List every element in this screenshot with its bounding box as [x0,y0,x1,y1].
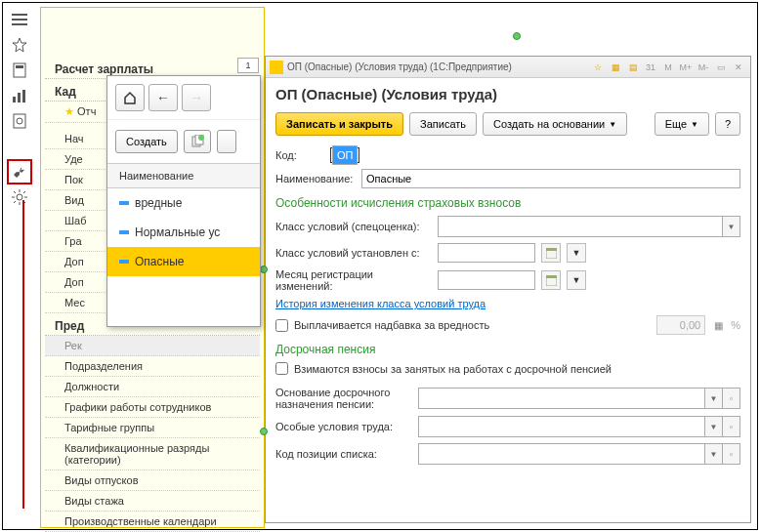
help-button[interactable]: ? [715,112,740,136]
annotation-dot [260,266,268,273]
code-input[interactable]: ОП [332,145,358,165]
chevron-down-icon: ▼ [704,389,722,408]
tb-icon-fav[interactable]: ☆ [590,61,606,74]
svg-rect-1 [12,19,27,20]
more-button[interactable]: Еще ▼ [654,112,709,136]
harm-bonus-checkbox[interactable] [275,319,288,332]
annotation-dot [513,32,521,40]
more-button[interactable] [217,130,236,153]
month-reg-input[interactable] [438,270,535,290]
sidebar-item[interactable]: Квалификационные разряды (категории) [45,438,260,471]
chevron-down-icon: ▼ [704,444,722,464]
create-based-button[interactable]: Создать на основании ▼ [483,112,627,136]
svg-point-22 [198,135,204,141]
chart-icon[interactable] [7,83,32,108]
star-icon[interactable] [7,32,32,58]
form-title: ОП (Опасные) (Условия труда) [275,86,740,102]
gear-icon[interactable] [7,184,32,210]
svg-rect-26 [546,275,557,278]
sidebar-item[interactable]: Графики работы сотрудников [45,397,260,418]
calendar-button[interactable] [541,243,561,263]
close-button[interactable]: ✕ [731,61,746,74]
dropdown-icon[interactable]: ▼ [567,243,586,263]
special-cond-combo[interactable]: ▼▫ [418,416,740,437]
list-popup: ← → Создать Наименование вредные Нормаль… [106,75,261,327]
harm-value-input[interactable] [656,315,705,335]
svg-rect-5 [16,65,23,68]
app-icon [270,61,283,74]
basis-label: Основание досрочного назначения пенсии: [275,387,412,410]
code-label: Код: [275,149,324,161]
list-item[interactable]: Нормальные ус [107,218,260,247]
special-cond-label: Особые условия труда: [275,421,412,432]
save-button[interactable]: Записать [409,112,477,136]
list-header: Наименование [107,163,260,188]
section-insurance: Особенности исчисления страховых взносов [275,196,740,210]
copy-button[interactable] [184,130,211,153]
svg-line-16 [14,191,16,193]
class-set-input[interactable] [438,243,535,263]
position-code-label: Код позиции списка: [275,448,412,460]
window-title: ОП (Опасные) (Условия труда) (1С:Предпри… [287,61,512,72]
class-cond-label: Класс условий (спецоценка): [275,221,432,232]
open-icon: ▫ [722,417,739,436]
tb-mplus[interactable]: M+ [678,61,694,74]
chevron-down-icon: ▼ [704,417,722,436]
tb-m[interactable]: M [660,61,676,74]
month-reg-label: Месяц регистрации изменений: [275,268,432,292]
forward-button[interactable]: → [182,84,211,111]
sidebar-item[interactable]: Подразделения [45,356,260,377]
name-input[interactable] [361,169,740,188]
chevron-down-icon: ▼ [722,217,739,236]
section-pension: Досрочная пенсия [275,343,740,356]
percent-icon: ▦ [711,318,725,332]
svg-rect-9 [14,114,25,128]
sidebar-item[interactable]: Виды отпусков [45,471,260,491]
sidebar-item[interactable]: Производственные календари [45,512,260,532]
icon-rail [7,7,36,210]
early-pension-checkbox[interactable] [275,362,288,375]
safe-icon[interactable] [7,108,32,134]
svg-line-19 [23,191,25,193]
early-pension-label: Взимаются взносы за занятых на работах с… [294,363,612,375]
svg-marker-3 [13,38,26,52]
tb-icon-calc[interactable]: ▤ [625,61,641,74]
tb-mminus[interactable]: M- [696,61,711,74]
wrench-icon[interactable] [7,159,32,184]
calendar-button[interactable] [541,270,561,290]
annotation-dot [260,428,268,435]
history-link[interactable]: История изменения класса условий труда [275,298,486,309]
svg-rect-8 [22,90,25,102]
sidebar-item-rec[interactable]: Рек [45,336,260,356]
name-label: Наименование: [275,173,356,184]
list-item[interactable]: вредные [107,188,260,218]
svg-rect-6 [13,97,16,102]
svg-rect-2 [12,23,27,25]
sidebar-item[interactable]: Виды стажа [45,491,260,512]
open-icon: ▫ [722,389,739,408]
class-cond-combo[interactable]: ▼ [438,216,740,237]
harm-bonus-label: Выплачивается надбавка за вредность [294,319,489,331]
calc-icon[interactable] [7,58,32,83]
tab-marker[interactable]: 1 [237,58,259,73]
menu-icon[interactable] [7,7,32,32]
save-close-button[interactable]: Записать и закрыть [275,112,403,136]
dropdown-icon[interactable]: ▼ [567,270,586,290]
home-button[interactable] [115,84,145,111]
svg-point-10 [17,118,22,124]
tb-31[interactable]: 31 [643,61,658,74]
minimize-button[interactable]: ▭ [713,61,729,74]
svg-rect-7 [18,93,21,102]
svg-line-18 [14,201,16,203]
basis-combo[interactable]: ▼▫ [418,388,740,409]
sidebar-item[interactable]: Должности [45,377,260,397]
position-code-combo[interactable]: ▼▫ [418,443,740,465]
main-window: ОП (Опасные) (Условия труда) (1С:Предпри… [265,56,751,523]
class-set-label: Класс условий установлен с: [275,247,432,259]
tb-icon-grid[interactable]: ▦ [608,61,623,74]
titlebar: ОП (Опасные) (Условия труда) (1С:Предпри… [266,57,750,78]
create-button[interactable]: Создать [115,130,178,153]
back-button[interactable]: ← [148,84,178,111]
list-item-selected[interactable]: Опасные [107,247,260,276]
sidebar-item[interactable]: Тарифные группы [45,418,260,438]
